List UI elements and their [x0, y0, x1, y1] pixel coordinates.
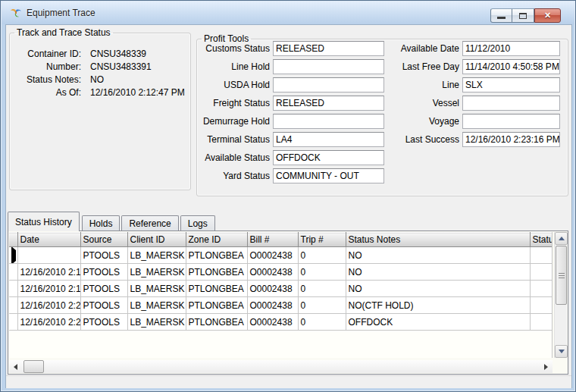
row-selector[interactable] — [9, 314, 17, 331]
line-hold-field[interactable] — [273, 59, 384, 74]
maximize-icon — [519, 13, 527, 19]
line-hold-label: Line Hold — [231, 61, 270, 72]
line-field[interactable]: SLX — [462, 77, 560, 93]
grid-corner — [9, 233, 17, 247]
cell-source[interactable]: PTOOLS — [80, 281, 127, 297]
col-header-client-id[interactable]: Client ID — [127, 233, 186, 247]
cell-status2[interactable] — [530, 281, 552, 297]
cell-bill[interactable]: O0002438 — [247, 281, 298, 297]
cell-source[interactable]: PTOOLS — [80, 314, 127, 331]
cell-bill[interactable]: O0002438 — [247, 264, 298, 281]
available-date-field[interactable]: 11/12/2010 — [462, 41, 560, 56]
cell-zone-id[interactable]: PTLONGBEA — [186, 264, 247, 281]
tab-logs[interactable]: Logs — [180, 215, 215, 231]
col-header-date[interactable]: Date — [17, 233, 80, 247]
horizontal-scrollbar[interactable] — [9, 360, 553, 373]
cell-client-id[interactable]: LB_MAERSK — [127, 264, 186, 281]
minimize-button[interactable] — [490, 8, 512, 23]
close-button[interactable]: ✕ — [534, 8, 561, 23]
cell-status2[interactable] — [530, 314, 552, 331]
last-free-day-label: Last Free Day — [402, 61, 459, 72]
cell-client-id[interactable]: LB_MAERSK — [127, 281, 186, 297]
cell-status-notes[interactable]: NO — [346, 247, 530, 264]
col-header-zone-id[interactable]: Zone ID — [186, 233, 247, 247]
cell-status-notes[interactable]: OFFDOCK — [346, 314, 530, 331]
track-and-trace-group: Track and Trace Status Container ID: CNS… — [9, 27, 191, 190]
cell-trip[interactable]: 0 — [298, 314, 346, 331]
table-row: 12/16/2010 2:1 PTOOLS LB_MAERSK PTLONGBE… — [9, 281, 552, 297]
cell-client-id[interactable]: LB_MAERSK — [127, 297, 186, 314]
cell-trip[interactable]: 0 — [298, 281, 346, 297]
titlebar[interactable]: Equipment Trace ✕ — [2, 2, 574, 24]
row-selector[interactable] — [9, 247, 17, 264]
cell-status2[interactable] — [530, 297, 552, 314]
cell-date[interactable]: 12/16/2010 2:1 — [17, 281, 80, 297]
tab-strip: Status History Holds Reference Logs — [8, 212, 217, 231]
available-status-field[interactable]: OFFDOCK — [273, 150, 384, 165]
cell-zone-id[interactable]: PTLONGBEA — [186, 314, 247, 331]
cell-client-id[interactable]: LB_MAERSK — [127, 247, 186, 264]
last-success-field[interactable]: 12/16/2010 2:23:16 PM — [462, 132, 560, 147]
cell-bill[interactable]: O0002438 — [247, 247, 298, 264]
scroll-left-button[interactable] — [9, 360, 22, 373]
col-header-status2[interactable]: Statu — [530, 233, 552, 247]
row-selector[interactable] — [9, 297, 17, 314]
minimize-icon — [497, 17, 506, 19]
tab-status-history[interactable]: Status History — [8, 212, 80, 231]
demurrage-hold-field[interactable] — [273, 114, 384, 129]
scroll-up-button[interactable] — [555, 232, 568, 245]
line-label: Line — [442, 80, 459, 90]
container-id-label: Container ID: — [27, 49, 81, 59]
status-history-panel: Date Source Client ID Zone ID Bill # Tri… — [8, 230, 568, 375]
cell-client-id[interactable]: LB_MAERSK — [127, 314, 186, 331]
vertical-scrollbar[interactable] — [554, 232, 567, 358]
row-selector[interactable] — [9, 281, 17, 297]
terminal-status-field[interactable]: LA4 — [273, 132, 384, 147]
cell-status-notes[interactable]: NO — [346, 281, 530, 297]
cell-status2[interactable] — [530, 247, 552, 264]
cell-source[interactable]: PTOOLS — [80, 264, 127, 281]
maximize-button[interactable] — [512, 8, 534, 23]
cell-date[interactable]: 12/16/2010 2:2 — [17, 297, 80, 314]
cell-status2[interactable] — [530, 264, 552, 281]
col-header-source[interactable]: Source — [80, 233, 127, 247]
customs-status-field[interactable]: RELEASED — [273, 41, 384, 56]
cell-date[interactable]: 12/16/2010 2:1 — [17, 247, 80, 264]
last-success-label: Last Success — [405, 134, 459, 145]
last-free-day-field[interactable]: 11/14/2010 4:50:58 PM — [462, 59, 560, 74]
cell-bill[interactable]: O0002438 — [247, 297, 298, 314]
cell-zone-id[interactable]: PTLONGBEA — [186, 297, 247, 314]
yard-status-field[interactable]: COMMUNITY - OUT — [273, 168, 384, 183]
cell-trip[interactable]: 0 — [298, 264, 346, 281]
cell-source[interactable]: PTOOLS — [80, 247, 127, 264]
row-selector[interactable] — [9, 264, 17, 281]
vertical-scroll-thumb[interactable] — [556, 246, 567, 305]
cell-status-notes[interactable]: NO — [346, 264, 530, 281]
table-row: 12/16/2010 2:2 PTOOLS LB_MAERSK PTLONGBE… — [9, 314, 552, 331]
equipment-trace-window: Equipment Trace ✕ Track and Trace Status… — [0, 0, 576, 392]
col-header-trip[interactable]: Trip # — [298, 233, 346, 247]
cell-date[interactable]: 12/16/2010 2:2 — [17, 314, 80, 331]
voyage-field[interactable] — [462, 114, 560, 129]
vessel-field[interactable] — [462, 96, 560, 111]
vessel-label: Vessel — [433, 98, 459, 108]
cell-zone-id[interactable]: PTLONGBEA — [186, 281, 247, 297]
scroll-right-button[interactable] — [540, 360, 553, 373]
col-header-status-notes[interactable]: Status Notes — [346, 233, 530, 247]
scroll-down-button[interactable] — [555, 345, 568, 358]
as-of-value: 12/16/2010 2:12:47 PM — [90, 87, 185, 98]
freight-status-field[interactable]: RELEASED — [273, 96, 384, 111]
horizontal-scroll-thumb[interactable] — [23, 360, 44, 373]
cell-trip[interactable]: 0 — [298, 247, 346, 264]
usda-hold-field[interactable] — [273, 77, 384, 93]
tab-reference[interactable]: Reference — [121, 215, 178, 231]
cell-bill[interactable]: O0002438 — [247, 314, 298, 331]
cell-date[interactable]: 12/16/2010 2:1 — [17, 264, 80, 281]
tab-holds[interactable]: Holds — [82, 215, 121, 231]
cell-status-notes[interactable]: NO(CTF HOLD) — [346, 297, 530, 314]
cell-zone-id[interactable]: PTLONGBEA — [186, 247, 247, 264]
cell-trip[interactable]: 0 — [298, 297, 346, 314]
window-title: Equipment Trace — [27, 8, 95, 18]
cell-source[interactable]: PTOOLS — [80, 297, 127, 314]
col-header-bill[interactable]: Bill # — [247, 233, 298, 247]
